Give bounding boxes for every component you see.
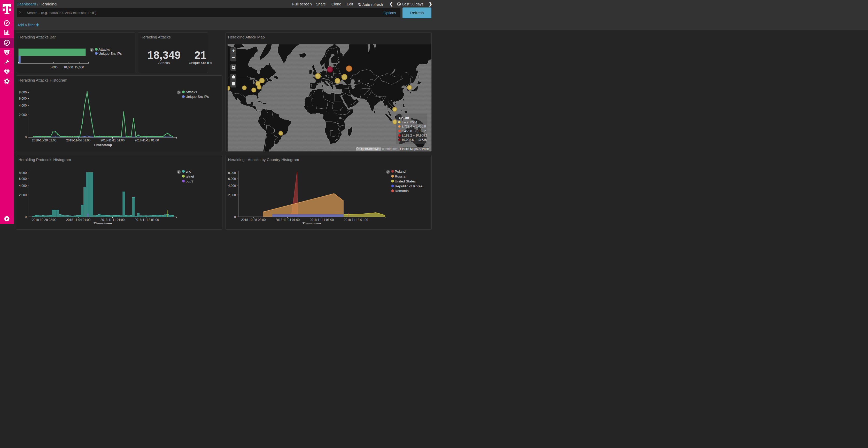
svg-text:4,000: 4,000 [19,104,27,108]
svg-text:8,000: 8,000 [19,91,27,95]
svg-text:10,000: 10,000 [63,66,73,69]
svg-text:Timestamp: Timestamp [94,221,112,224]
svg-text:0: 0 [25,136,27,139]
svg-text:2018-11-18 01:00: 2018-11-18 01:00 [344,218,368,222]
svg-text:4,000: 4,000 [19,184,27,187]
svg-text:2018-11-04 01:00: 2018-11-04 01:00 [275,218,300,222]
svg-text:2018-10-28 02:00: 2018-10-28 02:00 [32,218,56,222]
svg-text:0: 0 [234,215,236,218]
svg-text:5,455.8 – 8,182.2: 5,455.8 – 8,182.2 [401,129,426,133]
svg-text:Timestamp: Timestamp [94,143,112,147]
svg-text:2018-10-28 02:00: 2018-10-28 02:00 [241,218,266,222]
svg-text:2018-11-11 01:00: 2018-11-11 01:00 [310,218,334,222]
svg-text:3 – 2,729.4: 3 – 2,729.4 [401,120,417,124]
svg-text:2,000: 2,000 [19,113,27,117]
svg-text:Poland: Poland [395,169,406,173]
svg-text:Attacks: Attacks [98,47,110,51]
svg-text:Attacks: Attacks [185,90,197,94]
svg-text:Timestamp: Timestamp [303,221,321,224]
svg-text:4,000: 4,000 [228,184,236,187]
svg-text:2,729.4 – 5,455.8: 2,729.4 – 5,455.8 [401,125,426,128]
svg-text:15,000: 15,000 [74,66,84,69]
svg-text:vnc: vnc [185,169,191,173]
svg-text:2018-11-04 01:00: 2018-11-04 01:00 [66,218,90,222]
svg-text:8,000: 8,000 [19,171,27,175]
svg-text:Unique Src IPs: Unique Src IPs [185,95,209,99]
svg-text:Romania: Romania [395,189,409,193]
svg-text:2018-11-18 01:00: 2018-11-18 01:00 [134,139,159,142]
svg-text:2,000: 2,000 [19,193,27,197]
svg-text:2,000: 2,000 [228,193,236,197]
svg-text:2018-10-28 02:00: 2018-10-28 02:00 [32,139,56,142]
svg-text:2018-11-04 01:00: 2018-11-04 01:00 [66,139,90,142]
svg-text:Russia: Russia [395,174,406,178]
svg-text:5,000: 5,000 [50,66,57,69]
svg-text:10,908.6 – 13,635: 10,908.6 – 13,635 [401,138,427,141]
svg-text:6,000: 6,000 [228,177,236,181]
svg-text:Unique Src IPs: Unique Src IPs [98,51,122,55]
svg-text:United States: United States [395,179,416,183]
svg-text:Republic of Korea: Republic of Korea [395,184,423,188]
svg-text:telnet: telnet [185,174,194,178]
svg-text:6,000: 6,000 [19,177,27,181]
svg-text:2018-11-11 01:00: 2018-11-11 01:00 [100,139,125,142]
svg-text:8,182.2 – 10,908.6: 8,182.2 – 10,908.6 [401,134,427,137]
svg-text:pop3: pop3 [185,179,193,183]
svg-text:2018-11-18 01:00: 2018-11-18 01:00 [134,218,159,222]
svg-text:2018-11-11 01:00: 2018-11-11 01:00 [100,218,125,222]
svg-text:8,000: 8,000 [228,171,236,175]
svg-text:0: 0 [25,215,27,218]
svg-text:6,000: 6,000 [19,97,27,100]
